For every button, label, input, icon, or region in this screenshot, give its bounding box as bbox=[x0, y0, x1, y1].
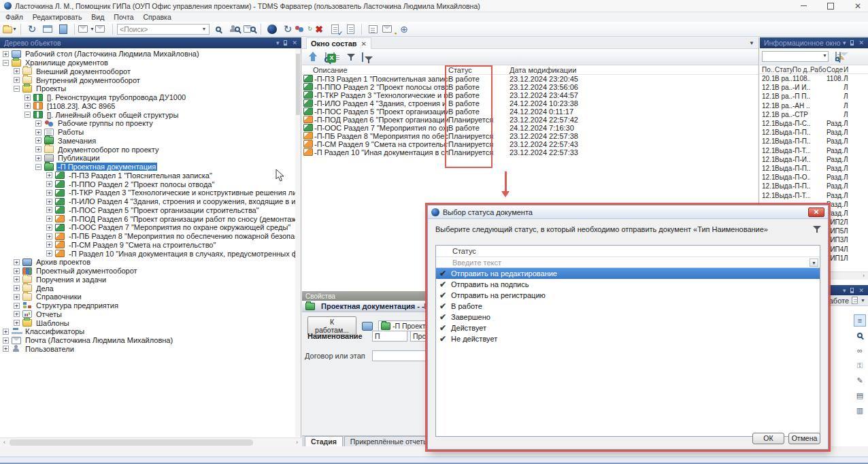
key-icon[interactable]: ⚿ bbox=[854, 359, 866, 371]
info-column-3[interactable]: Рабо... bbox=[810, 66, 827, 73]
info-row[interactable]: 12.12...Выда...-П-П...Разд...Л bbox=[760, 137, 868, 146]
web-icon[interactable]: ⊕ bbox=[397, 23, 411, 35]
tree-expand-icon[interactable]: + bbox=[35, 129, 41, 135]
table-filter-icon[interactable] bbox=[362, 53, 363, 61]
tree-item[interactable]: −[]. Линейный объект общей структуры bbox=[0, 110, 295, 119]
tree-expand-icon[interactable]: + bbox=[46, 242, 52, 248]
doc-search-icon[interactable] bbox=[325, 53, 327, 61]
dialog-status-option[interactable]: ✔В работе bbox=[436, 301, 820, 312]
mail-compose-icon[interactable]: ▾ bbox=[79, 23, 93, 35]
info-row[interactable]: 12.12...В ра...-И И...Л bbox=[760, 83, 868, 92]
magnifier-icon[interactable] bbox=[854, 329, 866, 342]
info-row[interactable]: 12.12...Выда...-П-П...Разд...Л bbox=[760, 128, 868, 137]
tree-expand-icon[interactable]: + bbox=[14, 320, 20, 326]
tree-expand-icon[interactable]: + bbox=[3, 329, 9, 335]
tree-item[interactable]: +-П-ТКР Раздел 3 "Технологические и конс… bbox=[0, 188, 295, 197]
tree-expand-icon[interactable]: + bbox=[35, 146, 41, 152]
list-icon[interactable]: ≡ bbox=[854, 314, 866, 327]
menu-item-4[interactable]: Справка bbox=[144, 13, 171, 21]
dock-dropdown-icon[interactable]: ▾ bbox=[843, 287, 846, 294]
info-row[interactable]: 12.12...Выда...-П-О...Разд...Л bbox=[760, 173, 868, 182]
document-row[interactable]: -П-ПЗ Раздел 1 "Пояснительная записка"В … bbox=[302, 75, 758, 83]
book-gear-icon[interactable]: ▥ bbox=[854, 404, 866, 416]
tree-expand-icon[interactable]: − bbox=[35, 164, 41, 170]
info-row[interactable]: 12.12...В ра...-СТР ...Л bbox=[760, 110, 868, 119]
tree-item[interactable]: +-П-СМ Раздел 9 "Смета на строительство" bbox=[0, 241, 295, 250]
tree-item[interactable]: −-П Проектная документация bbox=[0, 163, 295, 171]
name-value-field[interactable]: Проектная д bbox=[410, 331, 427, 342]
globe-dark-icon[interactable] bbox=[265, 23, 279, 35]
document-row[interactable]: -П-СМ Раздел 9 "Смета на строительство"П… bbox=[302, 140, 758, 148]
tree-item[interactable]: +-П-ППО Раздел 2 "Проект полосы отвода" bbox=[0, 180, 295, 188]
briefcase-icon[interactable] bbox=[362, 322, 373, 331]
doc-icon[interactable] bbox=[344, 23, 357, 35]
search-input[interactable]: <Поиск> ▼ bbox=[117, 24, 210, 35]
dialog-status-option[interactable]: ✔Отправить на подпись bbox=[436, 279, 820, 290]
dialog-status-option[interactable]: ✔Отправить на редактирование bbox=[436, 268, 820, 279]
doc-check-icon[interactable]: ✓ bbox=[328, 23, 341, 35]
book-icon[interactable]: ▤ bbox=[854, 389, 866, 401]
info-row[interactable]: 12.12...Выда...-П-Т...Разд...Л bbox=[760, 190, 868, 199]
tree-expand-icon[interactable]: + bbox=[46, 250, 52, 256]
tree-expand-icon[interactable]: + bbox=[46, 181, 52, 187]
tree-expand-icon[interactable]: + bbox=[46, 233, 52, 239]
document-row[interactable]: -П-ПОД Раздел 6 "Проект организации рабо… bbox=[302, 116, 758, 124]
dialog-filter-icon[interactable] bbox=[813, 225, 821, 233]
tree-expand-icon[interactable]: + bbox=[14, 285, 20, 291]
tree-expand-icon[interactable]: + bbox=[14, 268, 20, 274]
tree-expand-icon[interactable]: + bbox=[24, 95, 31, 101]
tab-list-dropdown-icon[interactable]: ▼ bbox=[749, 40, 754, 46]
dialog-filter-dropdown-icon[interactable]: ▼ bbox=[809, 259, 818, 267]
tree-pin-icon[interactable] bbox=[284, 40, 287, 46]
tree-item[interactable]: +Проектный документооборот bbox=[0, 267, 295, 276]
dock-close-icon[interactable]: ✕ bbox=[858, 287, 864, 294]
info-doc-search-icon[interactable] bbox=[835, 52, 837, 61]
users-sync-icon[interactable]: ↻ bbox=[297, 23, 310, 35]
tree-expand-icon[interactable]: + bbox=[14, 311, 20, 317]
document-row[interactable]: -П-ПБ Раздел 8 "Мероприятия по обеспечен… bbox=[302, 132, 758, 140]
tree-item[interactable]: +-П-ПОД Раздел 6 "Проект организации раб… bbox=[0, 214, 295, 223]
tree-dropdown-icon[interactable]: ▾ bbox=[276, 39, 280, 46]
link-icon[interactable]: ∞ bbox=[854, 344, 866, 357]
menu-item-0[interactable]: Файл bbox=[5, 13, 23, 21]
dialog-status-option[interactable]: ✔Не действует bbox=[436, 333, 820, 344]
info-row[interactable]: 12.12...Выда...-П-Т...Разд...Л bbox=[760, 146, 868, 155]
tree-expand-icon[interactable]: − bbox=[14, 86, 20, 92]
search-user-icon[interactable] bbox=[227, 23, 241, 35]
info-column-2[interactable]: По д... bbox=[792, 66, 810, 73]
document-row[interactable]: -П Раздел 10 "Иная документация в случая… bbox=[302, 148, 758, 156]
document-row[interactable]: -П-ООС Раздел 7 "Мероприятия по охране о… bbox=[302, 124, 758, 132]
mail-stamp-icon[interactable]: ▪ bbox=[382, 23, 395, 35]
info-dropdown-icon[interactable]: ▾ bbox=[843, 39, 846, 46]
tree-expand-icon[interactable]: + bbox=[3, 346, 9, 352]
properties-tab-0[interactable]: Стадия bbox=[305, 436, 343, 446]
info-column-0[interactable]: По... bbox=[760, 66, 775, 73]
info-mail-edit-icon[interactable]: ✎ bbox=[839, 52, 844, 61]
tree-item[interactable]: +Внешний документооборот bbox=[0, 67, 295, 76]
tree-expand-icon[interactable]: + bbox=[46, 216, 52, 222]
minimize-button[interactable] bbox=[799, 1, 808, 10]
tree-expand-icon[interactable]: − bbox=[3, 60, 9, 66]
dialog-status-option[interactable]: ✔Отправить на регистрацию bbox=[436, 290, 820, 301]
tree-expand-icon[interactable]: + bbox=[14, 276, 20, 282]
tree-expand-icon[interactable]: + bbox=[14, 77, 20, 83]
info-row[interactable]: 12.12...Выда...-П-С...Разд...Л bbox=[760, 119, 868, 128]
document-row[interactable]: -П-ТКР Раздел 3 "Технологические и конст… bbox=[302, 91, 758, 99]
info-column-1[interactable]: Статус bbox=[775, 66, 792, 73]
info-column-5[interactable]: И bbox=[844, 66, 853, 73]
dock-pin-icon[interactable] bbox=[850, 288, 854, 293]
info-column-4[interactable]: Соде... bbox=[827, 66, 844, 73]
refresh2-icon[interactable]: ↻ bbox=[281, 23, 295, 35]
document-row[interactable]: -П-ПОС Раздел 5 "Проект организации стро… bbox=[302, 107, 758, 116]
go-up-icon[interactable] bbox=[307, 52, 318, 63]
dock-caret-icon[interactable]: ▼ bbox=[861, 298, 865, 303]
tab-composition[interactable]: Окно состав ✕ bbox=[306, 37, 371, 49]
column-header-2[interactable]: Дата модификации bbox=[510, 66, 605, 74]
tree-item[interactable]: +Внутренний документооборот bbox=[0, 76, 295, 84]
tree-item[interactable]: +Отчеты bbox=[0, 310, 295, 319]
tree-close-icon[interactable]: ✕ bbox=[292, 39, 297, 46]
tree-item[interactable]: +Классификаторы bbox=[0, 327, 295, 336]
tree-item[interactable]: +Архив проектов bbox=[0, 258, 295, 267]
tree-expand-icon[interactable]: + bbox=[46, 172, 52, 178]
tree-item[interactable]: +-П-ООС Раздел 7 "Мероприятия по охране … bbox=[0, 223, 295, 232]
